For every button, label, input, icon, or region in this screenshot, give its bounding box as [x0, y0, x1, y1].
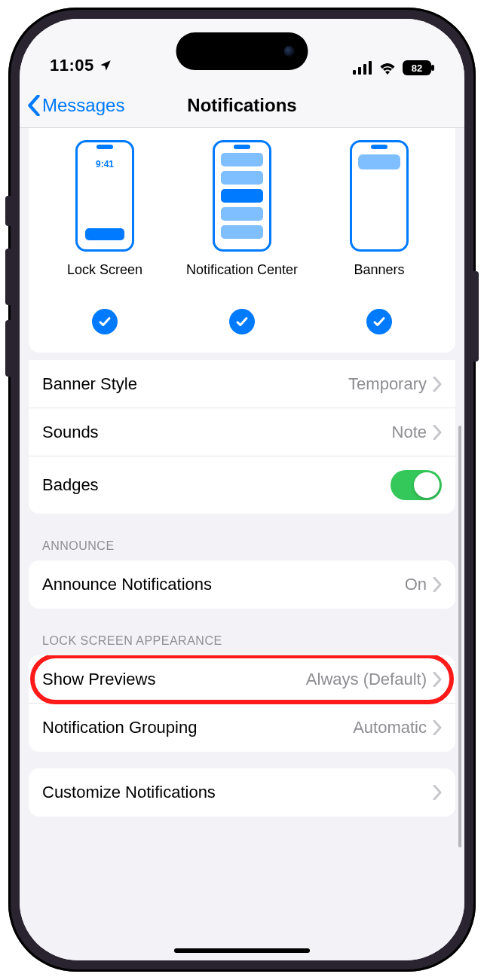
svg-rect-0 [353, 70, 356, 75]
notification-grouping-row[interactable]: Notification Grouping Automatic [29, 704, 455, 752]
alert-option-label: Banners [354, 262, 404, 298]
lockscreen-thumb-icon: 9:41 [75, 140, 134, 252]
chevron-right-icon [433, 672, 442, 687]
row-value: Always (Default) [306, 670, 427, 689]
chevron-right-icon [433, 377, 442, 392]
badges-toggle[interactable] [391, 470, 442, 500]
alert-option-notification-center[interactable]: Notification Center [174, 140, 310, 334]
side-button [473, 271, 479, 362]
announce-notifications-row[interactable]: Announce Notifications On [29, 560, 455, 609]
row-value: Note [392, 423, 427, 442]
section-header-lockscreen-appearance: LOCK SCREEN APPEARANCE [29, 609, 455, 655]
chevron-right-icon [433, 577, 442, 592]
settings-group-alerts: Banner Style Temporary Sounds Note Badge… [29, 360, 455, 514]
alert-option-lockscreen[interactable]: 9:41 Lock Screen [37, 140, 173, 334]
row-value: Temporary [348, 374, 427, 394]
settings-group-customize: Customize Notifications [29, 768, 455, 817]
side-button [5, 320, 11, 377]
chevron-right-icon [433, 425, 442, 440]
back-button[interactable]: Messages [27, 95, 124, 116]
row-label: Announce Notifications [42, 575, 212, 594]
page-title: Notifications [187, 95, 296, 116]
badges-row: Badges [29, 456, 455, 514]
back-label: Messages [42, 95, 124, 116]
side-button [5, 196, 11, 226]
screen: 11:05 82 [20, 19, 464, 960]
chevron-right-icon [433, 785, 442, 800]
status-time: 11:05 [50, 56, 94, 75]
row-label: Banner Style [42, 374, 137, 394]
nav-bar: Messages Notifications [20, 83, 464, 128]
row-label: Show Previews [42, 670, 155, 689]
settings-group-announce: Announce Notifications On [29, 560, 455, 609]
row-value: Automatic [353, 718, 427, 737]
side-button [5, 249, 11, 305]
dynamic-island [176, 32, 308, 70]
svg-rect-3 [369, 61, 372, 75]
row-label: Notification Grouping [42, 718, 197, 737]
chevron-left-icon [27, 95, 41, 116]
alert-option-label: Notification Center [186, 262, 298, 298]
row-value: On [405, 575, 427, 594]
cellular-icon [353, 61, 372, 75]
settings-group-lockscreen: Show Previews Always (Default) Notificat… [29, 655, 455, 752]
checkmark-icon [229, 309, 255, 334]
battery-icon: 82 [403, 60, 434, 75]
alert-option-banners[interactable]: Banners [311, 140, 447, 334]
section-header-announce: ANNOUNCE [29, 514, 455, 560]
checkmark-icon [92, 309, 118, 334]
content-area: 9:41 Lock Screen Notification [20, 128, 464, 960]
row-label: Sounds [42, 423, 99, 442]
svg-rect-5 [431, 65, 434, 71]
banner-style-row[interactable]: Banner Style Temporary [29, 360, 455, 408]
alert-option-label: Lock Screen [67, 262, 142, 298]
row-label: Customize Notifications [42, 783, 216, 802]
show-previews-row[interactable]: Show Previews Always (Default) [29, 655, 455, 704]
location-icon [99, 59, 112, 72]
svg-rect-1 [358, 67, 361, 75]
sounds-row[interactable]: Sounds Note [29, 408, 455, 456]
svg-text:82: 82 [412, 63, 422, 74]
device-frame: 11:05 82 [8, 8, 476, 972]
notification-center-thumb-icon [213, 140, 271, 252]
svg-rect-2 [363, 64, 366, 75]
banners-thumb-icon [350, 140, 409, 252]
customize-notifications-row[interactable]: Customize Notifications [29, 768, 455, 817]
row-label: Badges [42, 475, 99, 495]
home-indicator[interactable] [174, 948, 310, 953]
checkmark-icon [366, 309, 392, 334]
alert-style-group: 9:41 Lock Screen Notification [29, 128, 455, 353]
scrollbar[interactable] [458, 426, 461, 847]
chevron-right-icon [433, 720, 442, 735]
wifi-icon [378, 61, 397, 75]
